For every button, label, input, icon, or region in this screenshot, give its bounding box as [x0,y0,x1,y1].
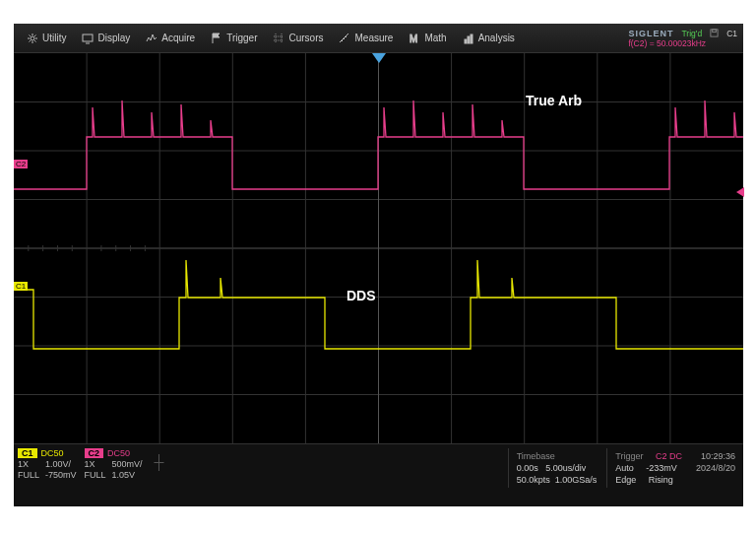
menu-utility[interactable]: Utility [20,31,73,46]
ch2-coupling: DC50 [107,448,130,458]
display-icon [82,33,94,44]
svg-rect-5 [471,34,472,43]
ch1-offset: -750mV [45,470,77,480]
date-value: 2024/8/20 [696,462,735,474]
trigger-slope: Rising [649,475,673,485]
ch2-offset: 1.05V [112,470,136,480]
svg-rect-6 [711,30,718,36]
ruler-icon [339,33,350,44]
trigger-panel[interactable]: Trigger C2 DC Auto -233mV Edge Rising [606,448,690,488]
menu-acquire[interactable]: Acquire [139,31,202,46]
timebase-points: 50.0kpts [517,475,550,485]
menu-label: Cursors [288,33,323,43]
svg-text:M: M [410,33,417,44]
ticks [14,53,743,443]
trigger-edge: Edge [615,475,636,485]
ch2-probe: 1X [85,459,95,469]
svg-rect-7 [713,30,717,33]
menu-math[interactable]: M Math [402,31,453,46]
time-value: 10:29:36 [696,450,735,462]
ch1-scale: 1.00V/ [45,459,71,469]
oscilloscope-frame: Utility Display Acquire Trigger Cursors … [14,24,743,506]
ch2-bw: FULL [85,470,106,480]
timebase-delay: 0.00s [517,463,538,473]
menu-label: Measure [354,33,393,43]
analysis-icon [463,33,474,44]
trigger-label: Trigger [615,451,643,461]
menu-bar: Utility Display Acquire Trigger Cursors … [14,24,743,53]
channel-info-panel: C1 DC50 1XFULL 1.00V/-750mV C2 DC50 1XFU… [18,448,164,506]
menu-display[interactable]: Display [75,31,137,46]
menu-cursors[interactable]: Cursors [266,31,330,46]
menu-measure[interactable]: Measure [332,31,400,46]
save-icon[interactable] [710,29,719,37]
timebase-scale: 5.00us/div [545,463,586,473]
svg-rect-3 [465,39,467,43]
menu-label: Display [97,33,130,43]
menu-label: Utility [42,33,66,43]
brand-label: SIGLENT [628,29,673,38]
ch2-scale: 500mV/ [112,459,143,469]
trigger-status: Trig'd [681,29,702,38]
cross-icon: ┼ [155,454,164,470]
timebase-rate: 1.00GSa/s [555,475,598,485]
frequency-readout: f(C2) = 50.00023kHz [628,38,706,48]
cursors-icon [273,33,284,44]
active-channel: C1 [726,29,737,38]
acquire-icon [146,33,158,44]
math-icon: M [409,33,420,44]
menu-label: Trigger [226,33,257,43]
trigger-mode: Auto [615,463,634,473]
waveform-display[interactable]: C2 C1 True Arb DDS [14,53,743,443]
flag-icon [211,33,222,44]
ch1-coupling: DC50 [41,448,64,458]
header-status: SIGLENT Trig'd C1 f(C2) = 50.00023kHz [628,24,737,52]
menu-analysis[interactable]: Analysis [456,31,522,46]
channel-2-info[interactable]: C2 DC50 1XFULL 500mV/1.05V [85,448,143,481]
datetime-panel: 10:29:36 2024/8/20 [692,448,739,476]
timebase-panel[interactable]: Timebase 0.00s 5.00us/div 50.0kpts 1.00G… [508,448,605,488]
ch2-tag: C2 [85,448,104,458]
trigger-level: -233mV [646,463,677,473]
svg-rect-1 [83,34,93,41]
svg-rect-4 [468,36,470,43]
ch1-tag: C1 [18,448,37,458]
menu-label: Analysis [478,33,515,43]
channel-1-info[interactable]: C1 DC50 1XFULL 1.00V/-750mV [18,448,77,481]
trigger-source: C2 DC [656,451,682,461]
ch1-bw: FULL [18,470,39,480]
timebase-label: Timebase [517,450,598,462]
menu-label: Acquire [161,33,195,43]
status-bar: C1 DC50 1XFULL 1.00V/-750mV C2 DC50 1XFU… [14,443,743,506]
svg-point-0 [31,36,34,40]
gear-icon [27,33,38,44]
ch1-probe: 1X [18,459,29,469]
menu-trigger[interactable]: Trigger [204,31,264,46]
menu-label: Math [424,33,446,43]
